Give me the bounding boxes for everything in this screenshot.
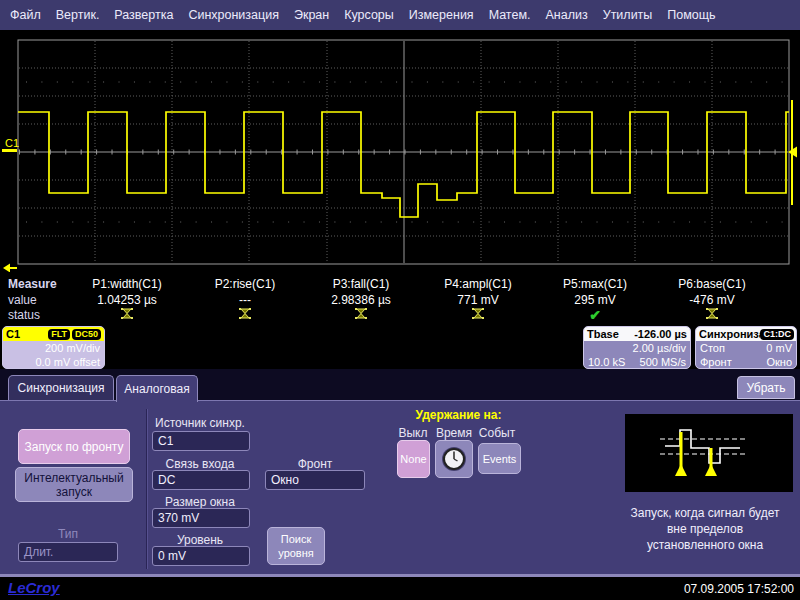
coupling-label: Связь входа — [140, 457, 260, 471]
level-field[interactable]: 0 mV — [152, 546, 250, 566]
pending-status-icon — [121, 307, 133, 320]
ok-status-icon: ✔ — [589, 307, 601, 323]
slope-select[interactable]: Окно — [265, 470, 365, 490]
trigger-source-badge: C1:DC — [760, 329, 794, 340]
menu-help[interactable]: Помощь — [667, 8, 715, 22]
scope-grid: C1 — [0, 30, 800, 272]
pending-status-icon — [239, 307, 251, 320]
measure-row-status: status — [8, 308, 40, 322]
measure-value-1: 1.04253 µs — [71, 293, 183, 307]
trigger-name: Синхрониза — [699, 328, 760, 340]
trigger-level: 0 mV — [766, 341, 792, 355]
edge-trigger-button[interactable]: Запуск по фронту — [18, 429, 130, 464]
timebase-samples: 10.0 kS — [588, 355, 625, 369]
measure-status-5: ✔ — [539, 307, 651, 323]
holdoff-time-label: Время — [433, 426, 475, 440]
measure-value-2: --- — [189, 293, 301, 307]
type-field[interactable]: Длит. — [18, 542, 118, 562]
measure-row-value: value — [8, 293, 37, 307]
waveform-display: C1 — [0, 30, 800, 272]
trigger-settings-panel: Запуск по фронту Интелектуальный запуск … — [0, 400, 800, 575]
measure-param-2: P2:rise(C1) — [189, 277, 301, 291]
smart-trigger-button[interactable]: Интелектуальный запуск — [15, 467, 133, 502]
menu-display[interactable]: Экран — [294, 8, 329, 22]
measure-status-4 — [422, 307, 534, 323]
measure-table: Measure value status P1:width(C1) P2:ris… — [0, 272, 800, 325]
source-select[interactable]: C1 — [152, 431, 250, 451]
pending-status-icon — [355, 307, 367, 320]
timebase-name: Tbase — [587, 328, 619, 340]
c1-filter-badge: FLT — [48, 329, 70, 340]
measure-value-3: 2.98386 µs — [305, 293, 417, 307]
channel-zero-label: C1 — [5, 137, 19, 149]
timebase-scale: 2.00 µs/div — [633, 341, 686, 355]
holdoff-events-button[interactable]: Events — [478, 443, 521, 474]
c1-coupling-badge: DC50 — [72, 329, 101, 340]
trigger-slope-label: Фронт — [700, 355, 732, 369]
type-label: Тип — [18, 527, 118, 541]
menu-math[interactable]: Матем. — [489, 8, 531, 22]
holdoff-none-button[interactable]: None — [397, 440, 430, 478]
menu-utilities[interactable]: Утилиты — [603, 8, 653, 22]
channel-c1-descriptor[interactable]: C1 FLT DC50 200 mV/div 0.0 mV offset — [2, 326, 105, 369]
tab-trigger[interactable]: Синхронизация — [8, 375, 114, 400]
source-label: Источник синхр. — [140, 416, 260, 430]
menu-timebase[interactable]: Развертка — [114, 8, 173, 22]
trigger-delay-arrow-icon[interactable] — [3, 264, 17, 273]
trigger-descriptor[interactable]: Синхрониза C1:DC Стоп 0 mV Фронт Окно — [695, 326, 797, 369]
level-label: Уровень — [140, 533, 260, 547]
menu-cursors[interactable]: Курсоры — [344, 8, 394, 22]
measure-param-5: P5:max(C1) — [539, 277, 651, 291]
measure-status-3 — [305, 307, 417, 323]
oscilloscope-screen: Файл Вертик. Развертка Синхронизация Экр… — [0, 0, 800, 600]
menu-vertical[interactable]: Вертик. — [56, 8, 100, 22]
status-bar: LeCroy 07.09.2005 17:52:00 — [0, 577, 800, 600]
menu-file[interactable]: Файл — [10, 8, 41, 22]
c1-offset: 0.0 mV offset — [3, 355, 104, 369]
holdoff-time-button[interactable] — [435, 440, 473, 478]
window-size-label: Размер окна — [140, 495, 260, 509]
c1-scale: 200 mV/div — [3, 341, 104, 355]
close-panel-button[interactable]: Убрать — [737, 376, 795, 399]
window-trigger-diagram — [625, 414, 793, 492]
measure-param-4: P4:ampl(C1) — [422, 277, 534, 291]
measure-row-name: Measure — [8, 277, 57, 291]
timebase-descriptor[interactable]: Tbase -126.00 µs 2.00 µs/div 10.0 kS 500… — [583, 326, 691, 369]
measure-status-1 — [71, 307, 183, 323]
holdoff-off-label: Выкл — [396, 426, 430, 440]
measure-param-1: P1:width(C1) — [71, 277, 183, 291]
measure-param-3: P3:fall(C1) — [305, 277, 417, 291]
measure-status-2 — [189, 307, 301, 323]
measure-param-6: P6:base(C1) — [656, 277, 768, 291]
holdoff-events-label: Событ — [476, 426, 518, 440]
pending-status-icon — [472, 307, 484, 320]
measure-value-5: 295 mV — [539, 293, 651, 307]
trigger-mode-label: Стоп — [700, 341, 725, 355]
measure-value-4: 771 mV — [422, 293, 534, 307]
measure-value-6: -476 mV — [656, 293, 768, 307]
pending-status-icon — [706, 307, 718, 320]
menu-analysis[interactable]: Анализ — [545, 8, 587, 22]
tab-analog[interactable]: Аналоговая — [116, 375, 198, 402]
trigger-description-line3: установленного окна — [605, 538, 800, 552]
c1-name: C1 — [6, 328, 20, 340]
trigger-description-line1: Запуск, когда сигнал будет — [605, 506, 800, 520]
menu-measure[interactable]: Измерения — [409, 8, 474, 22]
clock-icon — [439, 444, 469, 474]
window-size-field[interactable]: 370 mV — [152, 508, 250, 528]
lecroy-logo[interactable]: LeCroy — [8, 579, 60, 596]
slope-label: Фронт — [265, 457, 365, 471]
holdoff-title: Удержание на: — [396, 408, 521, 422]
coupling-select[interactable]: DC — [152, 470, 250, 490]
timebase-delay: -126.00 µs — [634, 328, 687, 340]
channel-zero-marker[interactable] — [2, 149, 17, 152]
timebase-rate: 500 MS/s — [640, 355, 686, 369]
trigger-description-line2: вне пределов — [605, 522, 800, 536]
menu-bar: Файл Вертик. Развертка Синхронизация Экр… — [0, 0, 800, 30]
datetime-display: 07.09.2005 17:52:00 — [684, 582, 794, 596]
find-level-button[interactable]: Поиск уровня — [267, 527, 325, 565]
measure-status-6 — [656, 307, 768, 323]
trigger-slope-value: Окно — [766, 355, 792, 369]
menu-trigger[interactable]: Синхронизация — [188, 8, 279, 22]
